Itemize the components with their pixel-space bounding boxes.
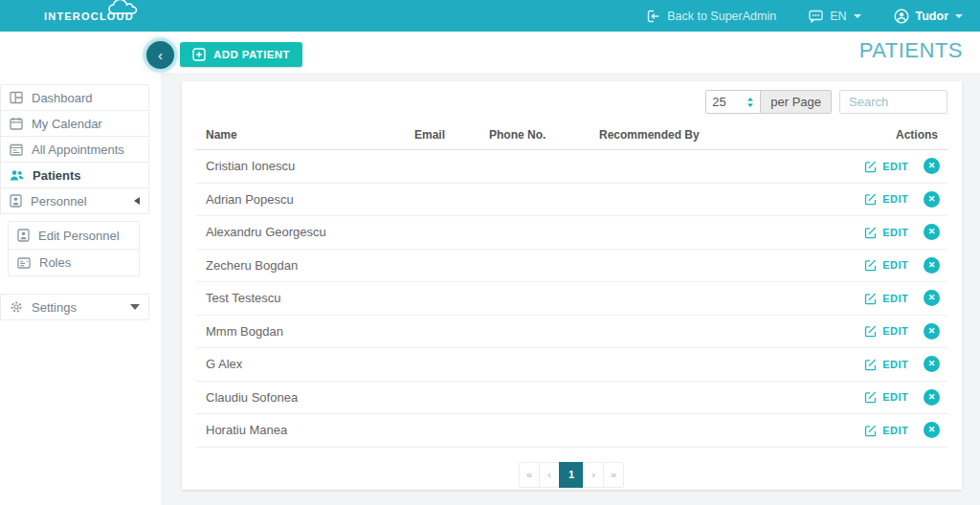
- close-icon: ✕: [928, 228, 936, 236]
- patient-name-link[interactable]: G Alex: [196, 357, 405, 371]
- gear-icon: [10, 300, 23, 314]
- edit-button[interactable]: EDIT: [864, 390, 908, 404]
- pagination-first-button[interactable]: «: [519, 462, 540, 488]
- patient-name-link[interactable]: Alexandru Georgescu: [196, 225, 405, 239]
- sign-out-icon: [647, 10, 660, 23]
- cloud-icon: [107, 0, 140, 15]
- pagination: « ‹ 1 › »: [196, 462, 947, 488]
- edit-label: EDIT: [882, 161, 908, 172]
- chevron-left-icon: ‹: [158, 48, 163, 62]
- patient-name-link[interactable]: Horatiu Manea: [196, 423, 405, 437]
- plus-icon: [192, 48, 206, 61]
- patient-name-link[interactable]: Zecheru Bogdan: [196, 258, 405, 273]
- delete-button[interactable]: ✕: [924, 323, 940, 340]
- table-row: Claudiu Sofonea EDIT ✕: [196, 382, 947, 415]
- close-icon: ✕: [928, 327, 936, 336]
- row-actions: EDIT ✕: [752, 158, 947, 174]
- column-header-recommended-by: Recommended By: [590, 128, 752, 142]
- edit-personnel-icon: [17, 229, 30, 242]
- delete-button[interactable]: ✕: [924, 191, 940, 208]
- brand-logo[interactable]: INTEROCLOUD: [44, 11, 134, 22]
- table-row: Cristian Ionescu EDIT ✕: [196, 150, 947, 184]
- edit-button[interactable]: EDIT: [864, 358, 908, 371]
- search-input[interactable]: [839, 90, 947, 114]
- sidebar-item-personnel[interactable]: Personnel: [0, 187, 149, 214]
- edit-label: EDIT: [882, 359, 908, 370]
- sidebar-item-patients[interactable]: Patients: [0, 162, 149, 188]
- pagination-next-button[interactable]: ›: [583, 462, 604, 488]
- row-actions: EDIT ✕: [752, 257, 947, 274]
- row-actions: EDIT ✕: [752, 290, 947, 306]
- sidebar-item-label: My Calendar: [32, 117, 102, 131]
- table-row: Alexandru Georgescu EDIT ✕: [196, 216, 947, 250]
- edit-button[interactable]: EDIT: [864, 258, 908, 272]
- edit-label: EDIT: [882, 325, 908, 337]
- edit-label: EDIT: [882, 425, 908, 436]
- table-body: Cristian Ionescu EDIT ✕ Adrian Popescu: [196, 150, 947, 448]
- edit-button[interactable]: EDIT: [864, 226, 908, 239]
- row-actions: EDIT ✕: [752, 224, 947, 240]
- edit-button[interactable]: EDIT: [864, 324, 908, 338]
- edit-label: EDIT: [882, 193, 908, 205]
- row-actions: EDIT ✕: [752, 422, 947, 438]
- appointments-icon: [10, 143, 23, 156]
- patient-name-link[interactable]: Cristian Ionescu: [196, 159, 405, 173]
- sidebar-item-edit-personnel[interactable]: Edit Personnel: [9, 222, 139, 249]
- sidebar-item-all-appointments[interactable]: All Appointments: [0, 136, 149, 163]
- table-row: Horatiu Manea EDIT ✕: [196, 414, 947, 448]
- back-to-superadmin-link[interactable]: Back to SuperAdmin: [647, 10, 776, 23]
- pagination-last-button[interactable]: »: [603, 462, 624, 488]
- sidebar-item-settings[interactable]: Settings: [0, 294, 149, 320]
- sidebar-item-dashboard[interactable]: Dashboard: [0, 84, 149, 111]
- edit-button[interactable]: EDIT: [864, 424, 908, 437]
- patient-name-link[interactable]: Claudiu Sofonea: [196, 390, 405, 405]
- edit-pencil-icon: [864, 390, 878, 404]
- edit-pencil-icon: [864, 358, 878, 371]
- delete-button[interactable]: ✕: [924, 422, 940, 438]
- delete-button[interactable]: ✕: [924, 257, 940, 274]
- sidebar-collapse-button[interactable]: ‹: [146, 41, 174, 69]
- patients-card: 25 per Page Name Email Phone No. Recomme…: [182, 81, 962, 490]
- chevron-down-icon: [854, 14, 861, 18]
- per-page-select[interactable]: 25: [705, 90, 761, 114]
- page-title: PATIENTS: [859, 38, 963, 63]
- sidebar-item-label: Edit Personnel: [38, 229, 120, 243]
- delete-button[interactable]: ✕: [924, 158, 940, 174]
- pagination-prev-button[interactable]: ‹: [539, 462, 560, 488]
- language-menu[interactable]: EN: [809, 10, 860, 23]
- edit-label: EDIT: [882, 227, 908, 238]
- patient-name-link[interactable]: Adrian Popescu: [196, 192, 405, 207]
- delete-button[interactable]: ✕: [924, 290, 940, 306]
- pagination-page-1-button[interactable]: 1: [559, 462, 584, 488]
- patient-name-link[interactable]: Mmm Bogdan: [196, 324, 405, 339]
- sidebar-item-roles[interactable]: Roles: [9, 249, 139, 275]
- column-header-email: Email: [405, 128, 479, 142]
- close-icon: ✕: [928, 195, 936, 204]
- table-row: Adrian Popescu EDIT ✕: [196, 184, 947, 217]
- per-page-value: 25: [712, 95, 725, 109]
- row-actions: EDIT ✕: [752, 191, 947, 208]
- up-down-stepper-icon: [746, 97, 754, 108]
- add-patient-button[interactable]: ADD PATIENT: [180, 42, 302, 67]
- delete-button[interactable]: ✕: [924, 224, 940, 240]
- delete-button[interactable]: ✕: [924, 389, 940, 406]
- table-row: Test Testescu EDIT ✕: [196, 282, 947, 316]
- close-icon: ✕: [928, 360, 936, 368]
- edit-pencil-icon: [864, 192, 878, 206]
- delete-button[interactable]: ✕: [924, 356, 940, 372]
- patient-name-link[interactable]: Test Testescu: [196, 291, 405, 305]
- sidebar-item-my-calendar[interactable]: My Calendar: [0, 110, 149, 137]
- edit-button[interactable]: EDIT: [864, 292, 908, 305]
- edit-button[interactable]: EDIT: [864, 160, 908, 173]
- edit-button[interactable]: EDIT: [864, 192, 908, 206]
- personnel-icon: [10, 194, 22, 208]
- sidebar-item-label: All Appointments: [32, 143, 124, 157]
- language-label: EN: [830, 10, 846, 23]
- edit-pencil-icon: [864, 292, 878, 305]
- user-menu[interactable]: Tudor: [894, 9, 963, 24]
- table-row: Zecheru Bogdan EDIT ✕: [196, 250, 947, 283]
- sidebar-item-label: Patients: [33, 168, 81, 183]
- row-actions: EDIT ✕: [752, 389, 947, 406]
- chat-bubble-icon: [809, 10, 823, 23]
- sidebar-item-label: Dashboard: [32, 91, 93, 105]
